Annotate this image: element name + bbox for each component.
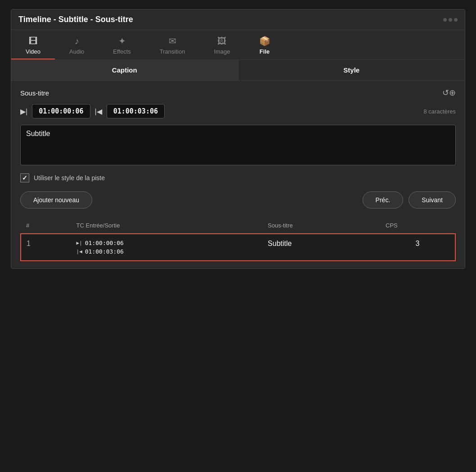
image-icon: 🖼	[217, 36, 226, 45]
char-count: 8 caractères	[423, 108, 456, 115]
subtitle-table: # TC Entrée/Sortie Sous-titre CPS 1 ▶| 0…	[20, 218, 456, 261]
col-tc: TC Entrée/Sortie	[71, 218, 263, 234]
add-new-button[interactable]: Ajouter nouveau	[20, 191, 92, 209]
col-num: #	[21, 218, 71, 234]
tab-image[interactable]: 🖼 Image	[199, 34, 244, 59]
track-style-checkbox[interactable]: ✓	[20, 173, 29, 182]
row-tc-in-icon: ▶|	[76, 240, 82, 246]
checkbox-label: Utiliser le style de la piste	[34, 174, 105, 182]
tab-effects-label: Effects	[113, 48, 131, 55]
tab-transition[interactable]: ✉ Transition	[145, 34, 200, 59]
file-icon: 📦	[259, 36, 270, 45]
title-bar: Timeline - Subtitle - Sous-titre	[11, 9, 465, 30]
main-content: Sous-titre ↺⊕ ▶| 01:00:00:06 |◀ 01:00:03…	[11, 81, 465, 268]
tab-file[interactable]: 📦 File	[245, 34, 285, 59]
tab-transition-label: Transition	[160, 48, 185, 55]
caption-style-bar: Caption Style	[11, 60, 465, 81]
row-timecodes: ▶| 01:00:00:06 |◀ 01:00:03:06	[71, 234, 263, 261]
tab-effects[interactable]: ✦ Effects	[99, 34, 145, 59]
subtitle-textarea[interactable]: Subtitle	[20, 125, 456, 165]
table-header-row: # TC Entrée/Sortie Sous-titre CPS	[21, 218, 455, 234]
col-cps: CPS	[380, 218, 455, 234]
title-bar-dots	[443, 18, 458, 22]
row-tc-in: 01:00:00:06	[85, 240, 124, 246]
navigation-buttons: Préc. Suivant	[363, 191, 456, 209]
caption-button[interactable]: Caption	[11, 60, 238, 80]
row-cps: 3	[380, 234, 455, 261]
table-row[interactable]: 1 ▶| 01:00:00:06 |◀ 01:00:03:06 Subtitle…	[21, 234, 455, 261]
tab-file-label: File	[260, 48, 269, 55]
panel-title: Timeline - Subtitle - Sous-titre	[18, 15, 133, 24]
style-button[interactable]: Style	[238, 60, 465, 80]
effects-icon: ✦	[118, 36, 126, 45]
tab-audio-label: Audio	[69, 48, 84, 55]
video-icon: 🎞	[29, 36, 38, 45]
dot-1	[443, 18, 447, 22]
tc-out-arrow-icon: |◀	[95, 107, 102, 116]
transition-icon: ✉	[169, 36, 176, 45]
reset-icon: ↺⊕	[442, 88, 456, 97]
section-header: Sous-titre ↺⊕	[20, 88, 456, 98]
section-title: Sous-titre	[20, 89, 49, 97]
tabs-bar: 🎞 Video ♪ Audio ✦ Effects ✉ Transition 🖼…	[11, 30, 465, 60]
tc-in-arrow-icon: ▶|	[20, 107, 27, 116]
tab-video[interactable]: 🎞 Video	[11, 34, 55, 59]
reset-button[interactable]: ↺⊕	[442, 88, 456, 98]
dot-3	[454, 18, 458, 22]
tab-video-label: Video	[26, 48, 40, 55]
prev-button[interactable]: Préc.	[363, 191, 404, 209]
timecode-out[interactable]: 01:00:03:06	[107, 104, 165, 118]
tab-audio[interactable]: ♪ Audio	[55, 34, 99, 59]
checkmark-icon: ✓	[22, 174, 27, 182]
action-buttons-row: Ajouter nouveau Préc. Suivant	[20, 191, 456, 209]
dot-2	[449, 18, 452, 22]
col-subtitle: Sous-titre	[262, 218, 380, 234]
audio-icon: ♪	[75, 36, 79, 45]
row-tc-out: 01:00:03:06	[85, 248, 124, 255]
row-subtitle-text: Subtitle	[262, 234, 380, 261]
main-panel: Timeline - Subtitle - Sous-titre 🎞 Video…	[11, 9, 465, 269]
next-button[interactable]: Suivant	[409, 191, 456, 209]
timecode-in[interactable]: 01:00:00:06	[32, 104, 90, 118]
row-tc-out-icon: |◀	[76, 249, 82, 254]
tab-image-label: Image	[214, 48, 230, 55]
checkbox-row: ✓ Utiliser le style de la piste	[20, 173, 456, 182]
row-number: 1	[21, 234, 71, 261]
timecode-row: ▶| 01:00:00:06 |◀ 01:00:03:06 8 caractèr…	[20, 104, 456, 118]
